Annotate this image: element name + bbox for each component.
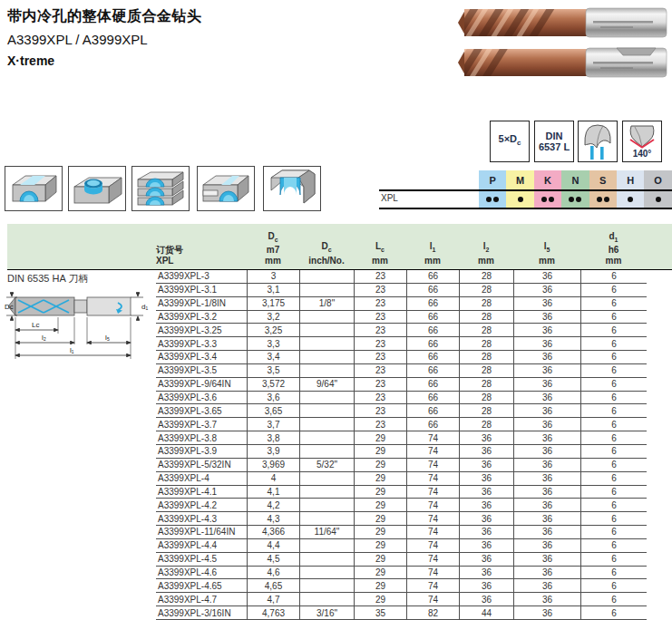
table-row: A3399XPL-4.14,1297436366 [156,486,647,499]
value-cell: 74 [406,459,459,471]
stacked-plates-icon [131,166,190,211]
value-cell: 66 [406,270,459,283]
value-cell: 23 [354,284,406,296]
value-cell: 29 [354,567,406,579]
spec-table-header: 订货号XPLDcm7mmDcinch/No.Lcmml1mml2mml5mmd1… [7,224,672,270]
value-cell: 3,8 [247,431,299,444]
value-cell: 36 [459,486,513,499]
suitability-dot [493,197,499,202]
value-cell: 28 [459,270,513,283]
blind-hole-icon [68,166,126,211]
value-cell: 4,65 [247,579,299,592]
value-cell: 4,7 [247,593,299,605]
value-cell [299,311,354,324]
value-cell: 9/64" [299,378,354,391]
table-row: A3399XPL-3.53,5236628366 [156,364,647,378]
value-cell [299,512,354,525]
point-angle-label: 140° [633,149,652,160]
material-group-K: K [534,170,561,190]
value-cell: 29 [354,459,406,471]
value-cell: 36 [459,526,513,538]
badge-5xdc: 5×Dc [490,121,530,162]
order-number-cell: A3399XPL-3.5 [156,364,247,377]
xpl-dots-row [479,190,672,208]
value-cell: 36 [513,351,580,363]
value-cell: 6 [580,351,647,363]
value-cell: 29 [354,539,406,552]
table-row: A3399XPL-4.74,7297436366 [156,593,647,606]
value-cell: 6 [580,284,647,296]
table-row: A3399XPL-5/32IN3,9695/32"297436366 [156,459,647,472]
table-row: A3399XPL-3.23,2236628366 [156,311,647,325]
value-cell: 74 [406,567,459,579]
value-cell: 6 [580,553,647,566]
value-cell: 3,572 [247,378,299,391]
column-header-7: d1h6mm [580,231,647,266]
value-cell: 36 [459,431,513,444]
order-number-cell: A3399XPL-3.2 [156,311,247,324]
value-cell: 3,3 [247,337,299,350]
column-header-6: l5mm [513,241,580,266]
value-cell: 6 [580,526,647,538]
value-cell: 28 [459,418,513,431]
table-row: A3399XPL-3/16IN4,7633/16"358244366 [156,606,647,620]
shank-type-label: DIN 6535 HA 刀柄 [7,272,88,286]
value-cell: 28 [459,378,513,391]
value-cell: 29 [354,472,406,485]
suitability-dots-K [534,190,561,208]
value-cell: 6 [580,404,647,417]
value-cell: 36 [459,593,513,605]
value-cell: 4,6 [247,567,299,579]
material-group-S: S [589,170,617,190]
order-number-cell: A3399XPL-3.3 [156,337,247,350]
value-cell: 35 [354,606,406,619]
table-row: A3399XPL-3.253,25236628366 [156,324,647,337]
value-cell: 23 [354,270,406,283]
value-cell: 44 [459,606,513,619]
value-cell: 29 [354,593,406,605]
suitability-dot [628,197,633,202]
page-title: 带内冷孔的整体硬质合金钻头 [7,7,202,26]
order-number-cell: A3399XPL-3.4 [156,351,247,363]
order-number-cell: A3399XPL-3.7 [156,418,247,431]
value-cell [299,431,354,444]
suitability-dots-M [506,190,533,208]
value-cell: 36 [513,499,580,511]
xpl-letters-row: PMKNSHO [479,170,672,190]
suitability-dots-P [479,190,506,208]
value-cell: 74 [406,499,459,511]
value-cell: 66 [406,337,459,350]
order-number-cell: A3399XPL-3.25 [156,324,247,336]
material-group-N: N [561,170,589,190]
suitability-dot [576,197,581,202]
value-cell: 6 [580,270,647,283]
value-cell [299,567,354,579]
table-row: A3399XPL-33236628366 [156,270,647,284]
value-cell: 36 [459,445,513,458]
order-number-cell: A3399XPL-4.5 [156,553,247,566]
order-number-cell: A3399XPL-11/64IN [156,526,247,538]
value-cell: 3,25 [247,324,299,336]
xpl-divider-top [379,189,672,191]
value-cell: 6 [580,392,647,404]
through-hole-icon [5,166,63,211]
value-cell: 28 [459,392,513,404]
value-cell: 6 [580,418,647,431]
value-cell: 3,175 [247,297,299,310]
value-cell: 36 [513,311,580,324]
suitability-dots-N [561,190,589,208]
column-header-3: Lcmm [354,241,406,266]
value-cell: 6 [580,431,647,444]
order-number-cell: A3399XPL-3.8 [156,431,247,444]
table-row: A3399XPL-11/64IN4,36611/64"297436366 [156,526,647,539]
value-cell: 28 [459,297,513,310]
dim-label-d1: d₁ [141,303,148,311]
table-row: A3399XPL-4.54,5297436366 [156,553,647,567]
value-cell: 3,6 [247,392,299,404]
value-cell: 28 [459,311,513,324]
value-cell: 74 [406,579,459,592]
value-cell: 4,1 [247,486,299,499]
value-cell: 6 [580,593,647,605]
value-cell: 74 [406,539,459,552]
value-cell: 23 [354,297,406,310]
